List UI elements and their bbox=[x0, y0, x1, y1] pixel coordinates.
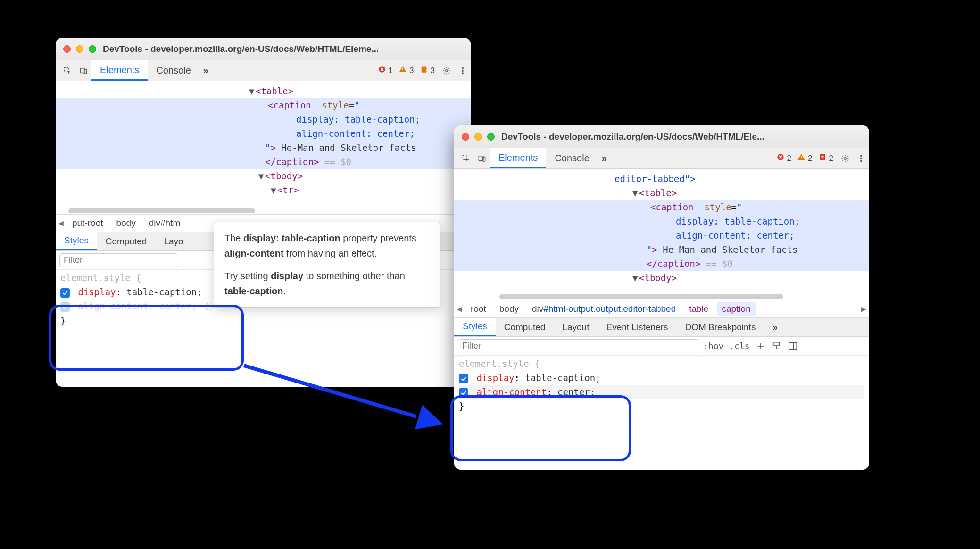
error-count[interactable]: 1 bbox=[376, 65, 395, 76]
traffic-lights bbox=[63, 45, 96, 53]
styles-pane[interactable]: element.style { display: table-caption; … bbox=[454, 356, 869, 416]
styles-filter-input[interactable] bbox=[458, 339, 698, 353]
close-icon[interactable] bbox=[462, 133, 469, 141]
checkbox-checked-icon[interactable] bbox=[60, 288, 70, 298]
inspect-element-icon[interactable] bbox=[59, 60, 75, 81]
svg-rect-19 bbox=[773, 342, 779, 345]
checkbox-checked-icon[interactable] bbox=[459, 388, 468, 398]
hov-toggle[interactable]: :hov bbox=[703, 341, 723, 351]
css-prop-display: display bbox=[296, 114, 334, 125]
svg-point-8 bbox=[462, 70, 464, 71]
window-title: DevTools - developer.mozilla.org/en-US/d… bbox=[103, 44, 379, 54]
horizontal-scrollbar[interactable] bbox=[56, 208, 471, 214]
tab-computed[interactable]: Computed bbox=[97, 232, 156, 250]
css-rule-display[interactable]: display: table-caption; bbox=[459, 371, 864, 385]
crumb-body[interactable]: body bbox=[111, 216, 140, 230]
tab-more[interactable]: » bbox=[598, 148, 611, 168]
kebab-icon[interactable] bbox=[455, 60, 471, 81]
warning-count[interactable]: 3 bbox=[397, 65, 415, 76]
svg-point-7 bbox=[462, 67, 464, 69]
devtools-window-right: DevTools - developer.mozilla.org/en-US/d… bbox=[454, 125, 869, 470]
css-hint-tooltip: The display: table-caption property prev… bbox=[214, 222, 440, 308]
tab-layout[interactable]: Layo bbox=[155, 232, 191, 250]
breadcrumb[interactable]: ◀ root body div#html-output.output.edito… bbox=[454, 300, 869, 318]
tab-console[interactable]: Console bbox=[148, 60, 199, 81]
styles-tabs: Styles Computed Layout Event Listeners D… bbox=[454, 318, 869, 337]
issues-count-num: 3 bbox=[431, 66, 435, 75]
css-prop-align-content: align-content bbox=[296, 128, 366, 139]
svg-point-15 bbox=[844, 157, 847, 159]
styles-filter-input[interactable] bbox=[59, 253, 177, 267]
crumb-div[interactable]: div#html-output.output.editor-tabbed bbox=[527, 302, 681, 316]
paint-icon[interactable] bbox=[772, 341, 782, 351]
svg-rect-5 bbox=[423, 66, 424, 67]
svg-point-9 bbox=[462, 72, 464, 74]
crumb-table[interactable]: table bbox=[684, 302, 713, 316]
cls-toggle[interactable]: .cls bbox=[729, 341, 749, 351]
kebab-icon[interactable] bbox=[853, 148, 869, 168]
elements-tree[interactable]: editor-tabbed"> ▼<table> <caption style=… bbox=[454, 169, 869, 293]
crumb-root[interactable]: root bbox=[466, 302, 491, 316]
tab-layout[interactable]: Layout bbox=[554, 318, 598, 336]
svg-point-18 bbox=[861, 160, 862, 161]
checkbox-disabled-icon[interactable] bbox=[60, 302, 70, 312]
svg-rect-20 bbox=[789, 342, 797, 349]
inspect-element-icon[interactable] bbox=[458, 148, 474, 168]
styles-tools: :hov .cls bbox=[703, 341, 798, 351]
window-title: DevTools - developer.mozilla.org/en-US/d… bbox=[501, 132, 764, 142]
close-brace: } bbox=[459, 399, 864, 413]
css-rule-align-content[interactable]: align-content: center; bbox=[459, 385, 864, 399]
error-count[interactable]: 2 bbox=[774, 153, 793, 164]
checkbox-checked-icon[interactable] bbox=[459, 374, 468, 383]
minimize-icon[interactable] bbox=[76, 45, 83, 53]
warning-count[interactable]: 2 bbox=[795, 153, 814, 164]
selector-element-style: element.style { bbox=[459, 357, 864, 371]
tab-more[interactable]: » bbox=[764, 318, 786, 336]
titlebar[interactable]: DevTools - developer.mozilla.org/en-US/d… bbox=[56, 38, 471, 60]
tab-dom-breakpoints[interactable]: DOM Breakpoints bbox=[676, 318, 764, 336]
crumb-body[interactable]: body bbox=[495, 302, 523, 316]
warning-count-num: 3 bbox=[409, 66, 414, 75]
close-icon[interactable] bbox=[63, 45, 71, 53]
tab-event-listeners[interactable]: Event Listeners bbox=[598, 318, 676, 336]
tab-console[interactable]: Console bbox=[546, 148, 598, 168]
chevron-right-icon[interactable]: ▶ bbox=[861, 305, 866, 313]
crumb-seg[interactable]: put-root bbox=[67, 216, 108, 230]
svg-point-17 bbox=[861, 158, 862, 159]
computed-panel-icon[interactable] bbox=[788, 341, 798, 351]
issues-count[interactable]: 3 bbox=[418, 65, 437, 76]
tab-styles[interactable]: Styles bbox=[454, 318, 496, 336]
tab-more[interactable]: » bbox=[199, 60, 212, 81]
crumb-div[interactable]: div#htm bbox=[144, 216, 185, 230]
styles-filter-row: :hov .cls bbox=[454, 337, 869, 356]
horizontal-scrollbar[interactable] bbox=[454, 293, 869, 300]
tab-elements[interactable]: Elements bbox=[91, 60, 148, 81]
info-icon[interactable]: ⓘ bbox=[205, 302, 213, 311]
maximize-icon[interactable] bbox=[487, 133, 495, 141]
crumb-caption[interactable]: caption bbox=[717, 302, 755, 316]
chevron-left-icon[interactable]: ◀ bbox=[457, 305, 462, 313]
settings-icon[interactable] bbox=[439, 60, 455, 81]
titlebar[interactable]: DevTools - developer.mozilla.org/en-US/d… bbox=[454, 125, 869, 148]
maximize-icon[interactable] bbox=[89, 45, 96, 53]
tab-elements[interactable]: Elements bbox=[490, 148, 546, 168]
issues-count[interactable]: 2 bbox=[816, 153, 835, 164]
traffic-lights bbox=[462, 133, 495, 141]
status-area: 2 2 2 bbox=[772, 148, 837, 168]
devtools-window-left: DevTools - developer.mozilla.org/en-US/d… bbox=[56, 38, 471, 387]
device-toolbar-icon[interactable] bbox=[474, 148, 490, 168]
svg-point-16 bbox=[861, 155, 862, 157]
settings-icon[interactable] bbox=[837, 148, 853, 168]
main-toolbar: Elements Console » 2 2 2 bbox=[454, 148, 869, 169]
chevron-left-icon[interactable]: ◀ bbox=[58, 219, 64, 227]
elements-tree[interactable]: ▼<table> <caption style=" display: table… bbox=[56, 81, 471, 208]
tab-styles[interactable]: Styles bbox=[56, 232, 97, 250]
tab-computed[interactable]: Computed bbox=[496, 318, 554, 336]
device-toolbar-icon[interactable] bbox=[75, 60, 91, 81]
status-area: 1 3 3 bbox=[374, 60, 439, 81]
minimize-icon[interactable] bbox=[474, 133, 482, 141]
svg-point-6 bbox=[446, 69, 448, 72]
close-brace: } bbox=[60, 314, 466, 328]
main-toolbar: Elements Console » 1 3 3 bbox=[56, 60, 471, 81]
new-style-rule-icon[interactable] bbox=[756, 341, 766, 351]
